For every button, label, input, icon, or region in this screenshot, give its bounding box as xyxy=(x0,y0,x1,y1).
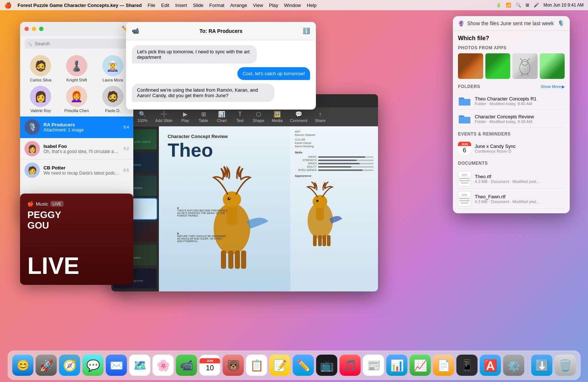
controlcenter-icon[interactable]: ⊞ xyxy=(526,3,529,8)
dock-messages[interactable]: 💬 xyxy=(83,355,104,376)
photo-1[interactable] xyxy=(458,53,483,79)
dock-iphone-mirror[interactable]: 📱 xyxy=(457,355,478,376)
svg-rect-13 xyxy=(318,235,322,246)
chart-icon: 📊 xyxy=(218,111,225,118)
comment-icon: 💬 xyxy=(295,111,302,118)
search-icon[interactable]: 🔍 xyxy=(516,3,521,8)
menu-insert[interactable]: Insert xyxy=(175,3,187,8)
folder-icon-1 xyxy=(458,94,471,107)
dock-notes[interactable]: 📝 xyxy=(270,355,291,376)
minimize-button[interactable] xyxy=(32,27,36,31)
info-icon[interactable]: ℹ️ xyxy=(303,27,310,34)
dock-finder[interactable]: 😊 xyxy=(12,355,34,376)
photo-2[interactable] xyxy=(485,53,511,79)
microphone-icon[interactable]: 🎙️ xyxy=(557,20,565,27)
message-row-isabel[interactable]: 👩 Isabel Foo Oh, that's a good idea, I'l… xyxy=(20,138,133,160)
search-input[interactable] xyxy=(24,39,129,49)
menu-view[interactable]: View xyxy=(253,3,263,8)
toolbar-shape[interactable]: ⬡ Shape xyxy=(249,109,268,124)
photos-section-title: Photos From Apps xyxy=(458,45,565,50)
menu-file[interactable]: File xyxy=(148,3,155,8)
zoom-button[interactable] xyxy=(39,27,43,31)
message-row-ra[interactable]: 🎙️ RA Producers Attachment: 1 image 9:4 xyxy=(20,116,133,138)
dock-appstore[interactable]: 🅰️ xyxy=(480,355,501,376)
menu-format[interactable]: Format xyxy=(209,3,224,8)
folder-theo-r1[interactable]: Theo Character Concepts R1 Folder · Modi… xyxy=(458,92,565,110)
media-icon: 🖼️ xyxy=(274,111,281,118)
dock-reminders[interactable]: 📋 xyxy=(246,355,267,376)
main-slide-content: Character Concept Review Theo xyxy=(159,126,378,291)
apple-menu[interactable]: 🍎 xyxy=(4,2,12,9)
photo-3[interactable] xyxy=(512,53,538,79)
dock-keynote[interactable]: 📊 xyxy=(386,355,408,376)
folder-svg-1 xyxy=(458,95,471,106)
dock-bear[interactable]: 🐻 xyxy=(223,355,244,376)
toolbar-zoom[interactable]: 🔍 100% xyxy=(133,109,152,124)
messages-search-area xyxy=(20,36,133,51)
folder-character-review[interactable]: Character Concepts Review Folder · Modif… xyxy=(458,110,565,128)
contact-priscilla[interactable]: 👩‍🦰 Priscilla Chen xyxy=(61,86,93,113)
doc-theo-fawn-rtf[interactable]: RTF Theo_Fawn.rtf 4.3 MB · Document · Mo… xyxy=(458,189,565,209)
dock-freeform[interactable]: ✏️ xyxy=(293,355,314,376)
folder-1-name: Theo Character Concepts R1 xyxy=(475,96,565,102)
toolbar-chart[interactable]: 📊 Chart xyxy=(213,109,231,124)
toolbar-comment[interactable]: 💬 Comment xyxy=(286,109,311,124)
dock-launchpad[interactable]: 🚀 xyxy=(36,355,57,376)
toolbar-table[interactable]: ⊞ Table xyxy=(194,109,213,124)
contact-laura[interactable]: 🧝‍♀️ Laura Mora xyxy=(96,55,129,82)
shape-icon: ⬡ xyxy=(256,111,261,118)
dock-mail[interactable]: ✉️ xyxy=(106,355,127,376)
dock-appletv[interactable]: 📺 xyxy=(316,355,337,376)
event-june-candy[interactable]: JUN 6 June x Candy Sync Conference Room … xyxy=(458,140,565,157)
dock-pages[interactable]: 📄 xyxy=(433,355,454,376)
video-call-icon[interactable]: 📹 xyxy=(132,27,139,34)
menu-window[interactable]: Window xyxy=(284,3,301,8)
dock-downloads[interactable]: ⬇️ xyxy=(531,355,553,376)
toolbar-addslide[interactable]: ➕ Add Slide xyxy=(152,109,176,124)
datetime: Mon Jun 10 9:41 AM xyxy=(543,3,584,8)
skill-magic: MAGIC xyxy=(295,156,374,158)
dock-trash[interactable]: 🗑️ xyxy=(555,355,576,376)
doc-1-name: Theo.rtf xyxy=(475,174,565,179)
contact-paolo[interactable]: 🧔 Paolo D. xyxy=(96,86,129,113)
menu-play[interactable]: Play xyxy=(269,3,278,8)
app-name[interactable]: Forest Puzzle Game Character Concepts.ke… xyxy=(18,3,142,8)
menu-slide[interactable]: Slide xyxy=(193,3,203,8)
appearance-section: Appearance xyxy=(295,174,374,177)
dock-news[interactable]: 📰 xyxy=(363,355,384,376)
menu-help[interactable]: Help xyxy=(307,3,317,8)
toolbar-text[interactable]: T Text xyxy=(231,110,249,124)
message-row-cb[interactable]: 🧑 CB Potter We need to recap Darla's lat… xyxy=(20,160,133,181)
menu-arrange[interactable]: Arrange xyxy=(230,3,247,8)
dock-photos[interactable]: 🌸 xyxy=(153,355,174,376)
annotation-b: B MATURE THEO SHOULD BE RENDERED AS ANGU… xyxy=(177,232,228,242)
folder-2-meta: Folder · Modified today, 9:38 AM xyxy=(475,119,565,124)
theo-side-svg xyxy=(295,180,346,246)
skill-intelligence: INTELLIGENCE xyxy=(295,169,374,171)
photo-4[interactable] xyxy=(540,53,565,79)
contact-knight[interactable]: ♟️ Knight Shift xyxy=(61,55,93,82)
spotlight-input[interactable] xyxy=(467,20,554,26)
contact-valerie[interactable]: 👩 Valérie Roy xyxy=(24,86,57,113)
menubar: 🍎 Forest Puzzle Game Character Concepts.… xyxy=(0,0,588,10)
toolbar-play[interactable]: ▶ Play xyxy=(176,109,194,124)
dock-music[interactable]: 🎵 xyxy=(340,355,361,376)
dock-system-settings[interactable]: ⚙️ xyxy=(503,355,524,376)
show-more-button[interactable]: Show More ▶ xyxy=(541,84,565,89)
siri-icon[interactable]: 🎤 xyxy=(534,3,539,8)
menu-edit[interactable]: Edit xyxy=(161,3,169,8)
toolbar-share[interactable]: ↑ Share xyxy=(311,110,329,124)
message-bubble-2: Cool, let's catch up tomorrow! xyxy=(237,67,310,80)
close-button[interactable] xyxy=(24,27,29,31)
slide-right-panel: ART Ramón Gilabert COLOR Karan Darya Aar… xyxy=(290,126,378,291)
doc-theo-rtf[interactable]: RTF Theo.rtf 4.3 MB · Document · Modifie… xyxy=(458,169,565,189)
keynote-window: 🔒 Forest Puzzle Game Character Concepts.… xyxy=(111,94,378,291)
toolbar-media[interactable]: 🖼️ Media xyxy=(268,109,286,124)
contact-carlos[interactable]: 🧔 Carlos Silva xyxy=(24,55,57,82)
dock-numbers[interactable]: 📈 xyxy=(410,355,431,376)
dock-calendar[interactable]: JUN 10 xyxy=(199,355,221,376)
svg-point-16 xyxy=(316,200,318,202)
dock-safari[interactable]: 🧭 xyxy=(59,355,80,376)
dock-maps[interactable]: 🗺️ xyxy=(129,355,150,376)
dock-facetime[interactable]: 📹 xyxy=(176,355,197,376)
